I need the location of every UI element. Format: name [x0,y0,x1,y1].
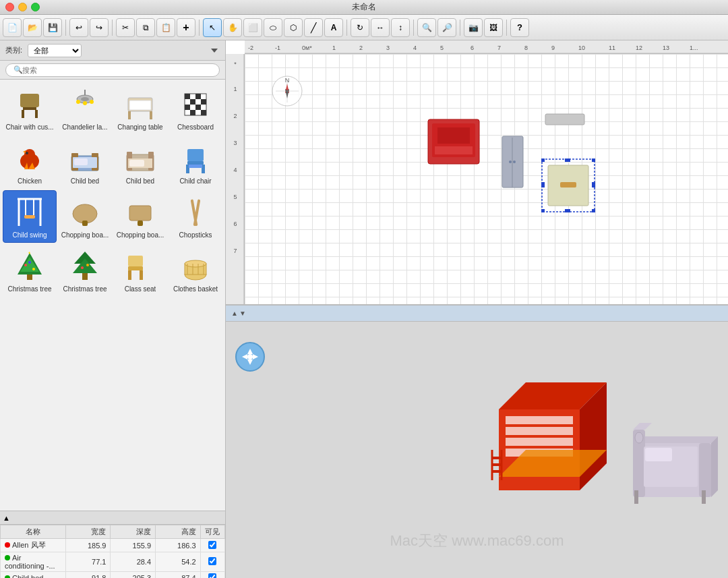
props-d-2: 205.3 [111,572,156,579]
sidebar-item-chopping-boa-2[interactable]: Chopping boa... [113,190,167,243]
sep4 [346,20,347,36]
maximize-button[interactable] [31,3,40,11]
search-icon: 🔍 [13,65,23,74]
table-row[interactable]: Child bed 91.8 205.3 87.4 [1,572,225,579]
props-v-1[interactable] [200,552,224,572]
svg-text:10: 10 [578,45,585,51]
undo-button[interactable]: ↩ [69,18,88,37]
class-seat-thumb [121,248,159,285]
zoom-in-button[interactable]: 🔍 [417,18,436,37]
svg-rect-69 [128,256,143,266]
save-button[interactable]: 💾 [43,18,62,37]
sidebar-item-christmas-2[interactable]: Christmas tree [58,244,112,297]
sidebar-item-chopping-boa-1[interactable]: Chopping boa... [58,190,112,243]
sidebar-item-chopsticks[interactable]: Chopsticks [169,190,222,243]
clothes-basket-label: Clothes basket [173,285,218,293]
sidebar-item-chair-cus[interactable]: Chair with cus... [3,82,57,135]
svg-rect-160 [645,448,672,461]
props-tbody: Allen 风琴 185.9 155.9 186.3 Air condition… [1,539,225,579]
svg-point-27 [26,152,28,154]
svg-marker-135 [247,349,253,354]
select-tool[interactable]: ↖ [203,18,222,37]
props-h-2: 87.4 [156,572,201,579]
furniture-small[interactable] [545,113,585,125]
svg-rect-21 [195,105,201,110]
pan-tool[interactable]: ✋ [223,18,242,37]
svg-rect-128 [541,182,545,187]
redo-button[interactable]: ↪ [90,18,109,37]
svg-rect-39 [129,160,144,167]
svg-point-61 [32,268,35,270]
view3d[interactable]: Mac天空 www.mac69.com [226,322,728,578]
minimize-button[interactable] [18,3,27,11]
props-table: 名称 宽度 深度 高度 可见 Allen 风琴 185.9 155.9 186.… [0,525,225,578]
props-header[interactable]: ▲ [0,511,225,525]
copy-button[interactable]: ⧉ [136,18,155,37]
cut-button[interactable]: ✂ [116,18,135,37]
chair-cus-thumb [11,86,49,123]
open-button[interactable]: 📂 [23,18,42,37]
props-expand-icon[interactable]: ▲ [3,514,10,522]
furniture-allen[interactable] [427,118,481,165]
sidebar-item-chessboard[interactable]: Chessboard [169,82,222,135]
svg-rect-41 [187,161,204,165]
svg-text:8: 8 [524,45,528,51]
svg-rect-123 [545,114,584,125]
sidebar-item-child-swing[interactable]: Child swing [3,190,57,243]
furniture-wardrobe[interactable] [501,135,524,189]
camera-button[interactable]: 📷 [464,18,483,37]
text-tool[interactable]: A [324,18,343,37]
sidebar-item-clothes-basket[interactable]: Clothes basket [169,244,222,297]
svg-text:2: 2 [233,113,237,119]
svg-rect-50 [24,215,35,219]
table-row[interactable]: Air conditioning -... 77.1 28.4 54.2 [1,552,225,572]
svg-rect-72 [140,270,143,280]
svg-marker-138 [253,354,258,359]
svg-rect-158 [699,443,711,497]
sidebar-item-child-bed-2[interactable]: Child bed [113,136,167,189]
draw-ellipse-tool[interactable]: ⬭ [264,18,282,37]
chopping-boa-2-label: Chopping boa... [117,231,164,239]
new-button[interactable]: 📄 [3,18,22,37]
flip-v-tool[interactable]: ↕ [391,18,410,37]
sidebar-item-class-seat[interactable]: Class seat [113,244,167,297]
svg-marker-65 [73,258,97,273]
sidebar-item-changing-table[interactable]: Changing table [113,82,167,135]
svg-rect-1 [20,94,39,107]
sidebar-item-chandelier[interactable]: Chandelier la... [58,82,112,135]
zoom-out-button[interactable]: 🔎 [437,18,456,37]
svg-rect-3 [22,110,24,118]
nav-control[interactable] [235,342,265,372]
traffic-lights [5,3,40,11]
sidebar-item-child-chair[interactable]: Child chair [169,136,222,189]
child-bed-1-thumb [66,140,104,177]
sidebar-item-chicken[interactable]: Chicken [3,136,57,189]
render-button[interactable]: 🖼 [484,18,503,37]
draw-poly-tool[interactable]: ⬡ [284,18,303,37]
flip-h-tool[interactable]: ↔ [371,18,390,37]
svg-text:13: 13 [663,45,669,51]
chopsticks-label: Chopsticks [179,231,212,239]
help-button[interactable]: ? [510,18,529,37]
furniture-child-swing[interactable] [541,158,595,212]
view2d[interactable]: -2 -1 0м* 1 2 3 4 5 6 7 8 9 10 11 12 13 [226,40,728,306]
draw-line-tool[interactable]: ╱ [304,18,323,37]
draw-rect-tool[interactable]: ⬜ [243,18,262,37]
search-input[interactable] [5,63,220,77]
canvas-area[interactable]: N [245,54,728,304]
category-select[interactable]: 全部 [28,44,82,57]
svg-point-7 [76,100,80,104]
svg-marker-153 [637,436,718,443]
svg-point-122 [513,161,516,163]
svg-rect-59 [27,274,32,280]
close-button[interactable] [5,3,14,11]
paste-button[interactable]: 📋 [156,18,175,37]
props-v-0[interactable] [200,539,224,552]
chandelier-thumb [66,86,104,123]
table-row[interactable]: Allen 风琴 185.9 155.9 186.3 [1,539,225,552]
sidebar-item-child-bed-1[interactable]: Child bed [58,136,112,189]
add-button[interactable]: + [177,18,195,37]
props-v-2[interactable] [200,572,224,579]
rotate-tool[interactable]: ↻ [351,18,369,37]
sidebar-item-christmas-1[interactable]: Christmas tree [3,244,57,297]
